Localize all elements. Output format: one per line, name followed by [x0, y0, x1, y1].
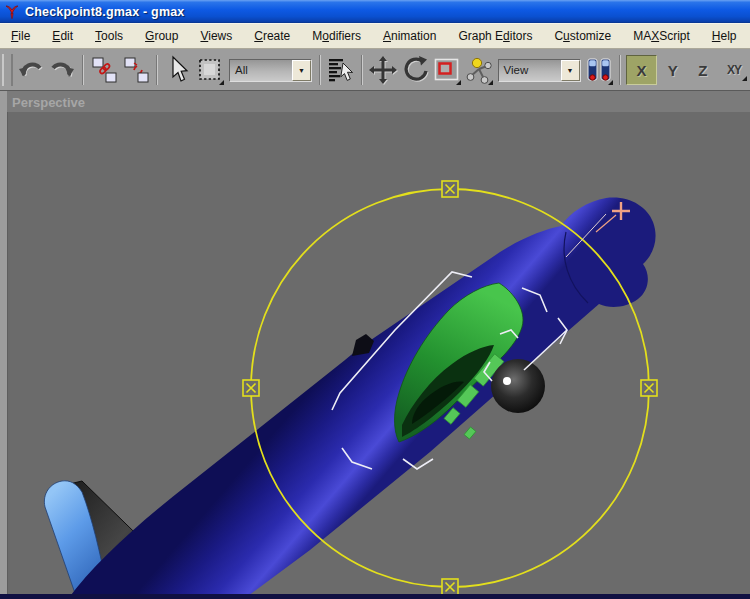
taskbar-edge [0, 594, 750, 599]
use-pivot-point-center-icon [584, 55, 614, 85]
select-and-scale-icon [432, 55, 462, 85]
gizmo-handle-top[interactable] [442, 181, 458, 197]
select-by-name-icon [326, 55, 356, 85]
menu-maxscript[interactable]: MAXScript [622, 26, 701, 46]
gizmo-handle-bottom[interactable] [442, 579, 458, 595]
toolbar-separator [82, 55, 84, 85]
menu-tools[interactable]: Tools [84, 26, 134, 46]
viewport-left-border [0, 91, 7, 599]
gizmo-handle-right[interactable] [641, 380, 657, 396]
gizmo-handle-left[interactable] [243, 380, 259, 396]
gmax-logo-icon [4, 4, 20, 20]
wheel-highlight [503, 377, 511, 385]
menu-graph-editors[interactable]: Graph Editors [447, 26, 543, 46]
menu-group[interactable]: Group [134, 26, 189, 46]
select-by-name-button[interactable] [325, 52, 357, 88]
menu-help[interactable]: Help [701, 26, 748, 46]
toolbar-separator [156, 55, 158, 85]
menu-bar: File Edit Tools Group Views Create Modif… [0, 23, 750, 49]
main-toolbar: All ▼ [0, 49, 750, 92]
menu-create[interactable]: Create [243, 26, 301, 46]
rectangular-selection-region-button[interactable] [194, 52, 226, 88]
title-bar[interactable]: Checkpoint8.gmax - gmax [0, 0, 750, 23]
toolbar-separator [319, 55, 321, 85]
select-object-icon [163, 55, 193, 85]
select-object-button[interactable] [162, 52, 194, 88]
menu-file[interactable]: File [0, 26, 41, 46]
selection-filter-value: All [230, 60, 292, 81]
select-and-rotate-icon [400, 55, 430, 85]
viewport-label-band [0, 91, 750, 112]
perspective-viewport[interactable]: Perspective [0, 90, 750, 599]
toolbar-grip[interactable] [2, 54, 13, 86]
gmax-window: Checkpoint8.gmax - gmax File Edit Tools … [0, 0, 750, 599]
reference-coordinate-system-dropdown[interactable]: View ▼ [498, 59, 581, 82]
selection-filter-dropdown[interactable]: All ▼ [229, 59, 312, 82]
redo-button[interactable] [46, 52, 78, 88]
restrict-to-plane-button[interactable]: XY [719, 56, 749, 84]
snaps-toggle-button[interactable] [463, 52, 495, 88]
restrict-to-z-button[interactable]: Z [689, 56, 717, 84]
coord-system-value: View [499, 60, 561, 81]
select-and-scale-button[interactable] [431, 52, 463, 88]
toolbar-separator [361, 55, 363, 85]
undo-icon [16, 55, 46, 85]
redo-icon [47, 55, 77, 85]
viewport-label[interactable]: Perspective [12, 95, 85, 110]
select-and-move-icon [368, 55, 398, 85]
restrict-to-y-button[interactable]: Y [659, 56, 687, 84]
select-and-link-button[interactable] [88, 52, 120, 88]
use-pivot-point-center-button[interactable] [584, 52, 616, 88]
dropdown-arrow-icon[interactable]: ▼ [292, 60, 311, 81]
unlink-selection-button[interactable] [120, 52, 152, 88]
rectangular-selection-region-icon [195, 55, 225, 85]
viewport-canvas[interactable]: Perspective [0, 90, 750, 599]
menu-modifiers[interactable]: Modifiers [301, 26, 372, 46]
snaps-toggle-icon [464, 55, 494, 85]
window-title: Checkpoint8.gmax - gmax [25, 5, 185, 19]
toolbar-separator [619, 55, 621, 85]
select-and-move-button[interactable] [367, 52, 399, 88]
unlink-selection-icon [121, 55, 151, 85]
wheel-sphere [491, 359, 545, 413]
menu-customize[interactable]: Customize [543, 26, 622, 46]
restrict-to-x-button[interactable]: X [626, 55, 656, 85]
undo-button[interactable] [15, 52, 47, 88]
dropdown-arrow-icon[interactable]: ▼ [561, 60, 580, 81]
menu-views[interactable]: Views [189, 26, 243, 46]
select-and-rotate-button[interactable] [399, 52, 431, 88]
menu-edit[interactable]: Edit [41, 26, 84, 46]
menu-animation[interactable]: Animation [372, 26, 447, 46]
select-and-link-icon [89, 55, 119, 85]
